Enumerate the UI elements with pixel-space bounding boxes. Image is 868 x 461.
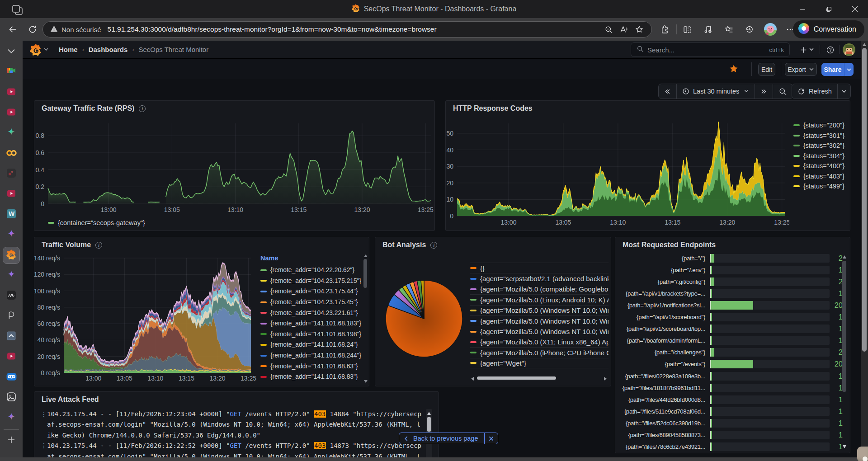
share-button[interactable]: Share <box>821 63 844 76</box>
time-shift-forward-button[interactable] <box>755 84 773 99</box>
scrollbar-thumb[interactable] <box>862 48 867 352</box>
bot-pie-chart[interactable] <box>375 251 470 386</box>
sidebar-app-chevron-square[interactable] <box>3 329 19 345</box>
time-range-picker[interactable]: Last 30 minutes <box>676 84 755 99</box>
legend-item[interactable]: {status="499"} <box>793 183 844 190</box>
add-favorite-icon[interactable] <box>632 23 647 36</box>
log-line[interactable]: ⋮104.23.175.44 - - [11/Feb/2026:12:23:04… <box>41 409 423 419</box>
scroll-left-icon[interactable] <box>471 377 474 381</box>
legend-item[interactable]: {remote_addr="141.101.68.83"} <box>260 372 363 382</box>
sidebar-app-spark-purple[interactable] <box>3 268 19 284</box>
sidebar-app-spark-gemini[interactable] <box>3 410 19 426</box>
share-caret-button[interactable] <box>844 63 854 76</box>
refresh-interval-button[interactable] <box>837 84 850 99</box>
endpoint-bar-row[interactable]: {path="/events"}20 <box>622 360 843 369</box>
edit-button[interactable]: Edit <box>758 63 775 76</box>
legend-item[interactable]: {remote_addr="141.101.68.244"} <box>260 350 363 361</box>
browser-scrollbar[interactable] <box>861 41 868 457</box>
scroll-up-icon[interactable] <box>427 412 431 415</box>
endpoint-bar-row[interactable]: {path="/api/v1/scoreboard"}1 <box>622 313 843 322</box>
sidebar-app-video-red-2[interactable] <box>3 105 19 121</box>
legend-item[interactable]: {agent="Mozilla/5.0 (Windows NT 10.0; Wi… <box>470 315 609 326</box>
popup-close-button[interactable] <box>484 433 498 444</box>
legend-item[interactable]: {status="400"} <box>793 162 844 169</box>
sidebar-app-outline-p[interactable] <box>3 308 19 325</box>
sidebar-app-meet[interactable] <box>3 63 19 80</box>
legend-item[interactable]: {remote_addr="141.101.68.63"} <box>260 361 363 372</box>
legend-item[interactable]: {status="304"} <box>793 152 844 160</box>
sidebar-app-wikipedia[interactable]: W <box>3 207 19 223</box>
sidebar-app-dark-dots[interactable] <box>3 166 19 182</box>
conversation-button[interactable]: Conversation <box>793 20 864 38</box>
sidebar-app-grafana[interactable] <box>3 247 19 263</box>
legend-item[interactable]: {remote_addr="104.23.175.44"} <box>260 286 363 297</box>
sidebar-app-screenshot[interactable] <box>3 390 19 406</box>
zoom-out-icon[interactable] <box>601 23 616 36</box>
legend-item[interactable]: {remote_addr="104.22.20.62"} <box>260 265 363 276</box>
traffic-chart[interactable]: 0 req/s20 req/s40 req/s60 req/s80 req/s1… <box>34 251 258 386</box>
legend-item[interactable]: {remote_addr="141.101.68.24"} <box>260 339 363 350</box>
legend-item[interactable]: {remote_addr="104.23.221.61"} <box>260 307 363 318</box>
legend-item[interactable]: {agent="Mozilla/5.0 (iPhone; CPU iPhone … <box>470 347 609 358</box>
legend-header-name[interactable]: Name <box>260 254 363 262</box>
endpoints-scrollbar[interactable] <box>842 261 846 392</box>
grafana-logo-button[interactable] <box>30 44 49 56</box>
http-chart[interactable]: 0102030405013:0013:0513:1013:1513:2013:2… <box>446 117 789 230</box>
info-icon[interactable]: i <box>430 242 437 249</box>
legend-item[interactable]: {remote_addr="141.101.68.183"} <box>260 318 363 329</box>
export-button[interactable]: Export <box>785 63 817 76</box>
endpoint-bar-row[interactable]: {path="/files/6890458588873...1 <box>622 431 843 440</box>
sidebar-app-signature-dark[interactable] <box>3 288 19 304</box>
address-bar[interactable]: Non sécurisé 51.91.254.30:3000/d/adfb8hr… <box>42 21 652 38</box>
endpoint-bar-row[interactable]: {path="/api/v1/brackets?type=...1 <box>622 289 843 298</box>
legend-item[interactable]: {agent="Mozilla/5.0 (Windows NT 10.0; Wi… <box>470 305 609 315</box>
endpoint-bar-row[interactable]: {path="/"}2 <box>622 254 843 263</box>
time-zoom-out-button[interactable] <box>773 84 793 99</box>
time-shift-back-button[interactable] <box>659 84 676 99</box>
sidebar-app-copilot-spark[interactable] <box>3 125 19 141</box>
sidebar-app-video-red-4[interactable] <box>3 349 19 365</box>
dashboard-refresh-button[interactable]: Refresh <box>792 84 837 99</box>
log-line[interactable]: af.secops-ensaf.com/login" "Mozilla/5.0 … <box>41 452 423 457</box>
legend-item[interactable]: {agent="Mozilla/5.0 (Windows NT 10.0; Wi… <box>470 326 609 336</box>
search-input[interactable]: Search... ctrl+k <box>631 42 790 57</box>
legend-item[interactable]: {agent="Mozilla/5.0 (compatible; Googleb… <box>470 284 609 294</box>
add-menu-button[interactable] <box>798 43 816 56</box>
endpoint-bar-row[interactable]: {path="/challenges"}2 <box>622 348 843 357</box>
sidebar-app-add[interactable] <box>3 433 19 449</box>
collections-icon[interactable] <box>721 21 737 38</box>
endpoint-bar-row[interactable]: {path="/files/0228e83a109e3b...1 <box>622 372 843 381</box>
sidebar-app-infinity-orange[interactable] <box>3 146 19 162</box>
sidebar-app-nextcloud[interactable] <box>3 369 19 386</box>
split-screen-icon[interactable] <box>679 21 695 38</box>
legend-scrollbar[interactable] <box>363 259 367 288</box>
legend-item[interactable]: {status="200"} <box>793 122 844 129</box>
url-text[interactable]: 51.91.254.30:3000/d/adfb8hr/secops-threa… <box>108 25 601 33</box>
legend-item[interactable]: {remote_addr="104.23.175.45"} <box>260 297 363 308</box>
scroll-up-icon[interactable] <box>364 254 368 257</box>
log-line[interactable]: af.secops-ensaf.com/login" "Mozilla/5.0 … <box>41 419 423 430</box>
sidebar-app-collapse[interactable] <box>3 44 19 60</box>
help-button[interactable] <box>823 43 837 56</box>
maximize-button[interactable] <box>816 0 842 18</box>
back-to-previous-button[interactable]: Back to previous page <box>399 435 484 442</box>
legend-item[interactable]: {agent="Wget"} <box>470 358 609 368</box>
log-menu-icon[interactable]: ⋮ <box>41 409 47 419</box>
info-icon[interactable]: i <box>139 105 146 112</box>
profile-avatar[interactable] <box>762 21 778 38</box>
endpoint-bar-row[interactable]: {path="/files/1818f7b9961bdf11...1 <box>622 383 843 392</box>
info-icon[interactable]: i <box>95 242 102 249</box>
sidebar-app-video-red[interactable] <box>3 85 19 101</box>
log-scrollbar[interactable] <box>427 417 431 432</box>
legend-item[interactable]: {agent="serpstatbot/2.1 (advanced backli… <box>470 273 609 283</box>
endpoint-bar-row[interactable]: {path="/files/78c6cb27e43921...1 <box>622 442 843 452</box>
gateway-chart[interactable]: 00.20.40.60.813:0013:0513:1013:1513:2013… <box>34 117 434 230</box>
legend-item[interactable]: {status="403"} <box>793 173 844 180</box>
refresh-button[interactable] <box>24 21 41 38</box>
legend-item[interactable]: {status="302"} <box>793 142 844 149</box>
read-aloud-icon[interactable] <box>616 23 632 36</box>
legend-item[interactable]: {agent="Mozilla/5.0 (X11; Linux x86_64) … <box>470 337 609 347</box>
favorite-star-icon[interactable] <box>729 64 739 75</box>
back-button[interactable] <box>5 21 21 38</box>
legend-hscrollbar[interactable] <box>477 376 556 380</box>
